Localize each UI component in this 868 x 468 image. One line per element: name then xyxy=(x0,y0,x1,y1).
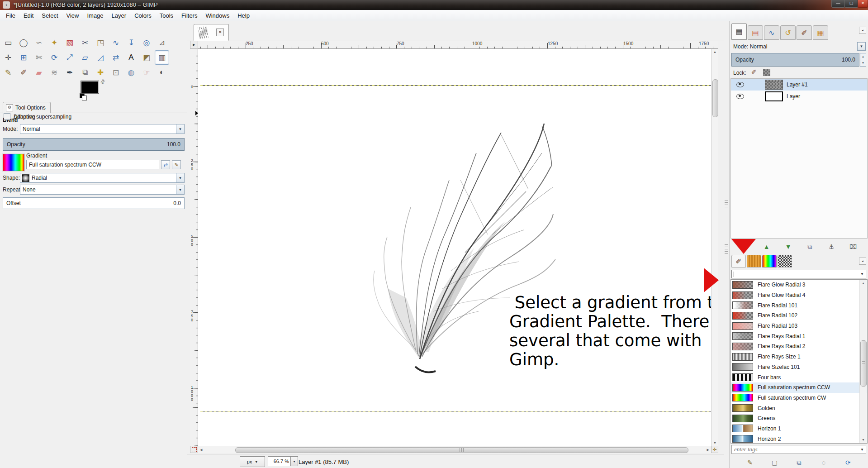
tool-button[interactable]: ✄ xyxy=(32,50,46,65)
gradient-filter-input[interactable]: ▼ xyxy=(731,270,866,278)
tool-button[interactable]: ▰ xyxy=(32,65,46,80)
opacity-slider[interactable]: Opacity 100.0 xyxy=(3,138,185,151)
shape-dropdown[interactable]: Radial ▼ xyxy=(20,173,185,183)
gradient-row[interactable]: Flare Glow Radial 4 xyxy=(731,290,867,301)
close-button[interactable]: ✕ xyxy=(858,0,868,8)
dock-tab[interactable] xyxy=(747,255,761,267)
gradient-row[interactable]: Greens xyxy=(731,413,867,424)
tool-button[interactable]: ✛ xyxy=(1,50,15,65)
tool-button[interactable]: ⊞ xyxy=(16,50,31,65)
spinner-up-icon[interactable]: ▲ xyxy=(862,55,864,58)
zoom-dropdown[interactable]: 66.7 % ▼ xyxy=(268,456,298,466)
scroll-down-icon[interactable]: ▼ xyxy=(713,441,716,444)
menu-item[interactable]: Colors xyxy=(130,11,156,20)
layers-action-button[interactable]: ⧉ xyxy=(803,241,816,253)
scroll-down-icon[interactable]: ▼ xyxy=(862,438,865,441)
layer-row[interactable]: Layer #1 xyxy=(731,79,867,91)
scroll-up-icon[interactable]: ▲ xyxy=(713,50,716,53)
gradients-scrollbar[interactable]: ▲ ▼ xyxy=(859,280,867,443)
dock-tab[interactable]: ▦ xyxy=(813,25,828,40)
scroll-up-icon[interactable]: ▲ xyxy=(862,282,865,285)
opacity-spinner[interactable]: ▲ ▼ xyxy=(860,53,866,67)
menu-item[interactable]: Image xyxy=(83,11,107,20)
tool-button[interactable]: ⊿ xyxy=(155,35,169,50)
gradients-action-button[interactable]: ▢ xyxy=(768,457,781,468)
menu-item[interactable]: Layer xyxy=(108,11,131,20)
tool-button[interactable]: ◯ xyxy=(16,35,31,50)
gradient-row[interactable]: Flare Rays Radial 1 xyxy=(731,331,867,341)
gradient-row[interactable]: Full saturation spectrum CCW xyxy=(731,382,867,393)
tool-button[interactable]: ◍ xyxy=(124,65,138,80)
tool-button[interactable]: ▧ xyxy=(62,35,77,50)
tool-button[interactable]: ∿ xyxy=(109,35,123,50)
visibility-eye-icon[interactable] xyxy=(736,94,744,99)
horizontal-scrollbar[interactable]: ◀ ▶ xyxy=(198,446,711,453)
gradients-action-button[interactable]: ⧉ xyxy=(792,457,805,468)
quick-mask-button[interactable] xyxy=(190,446,198,453)
tool-button[interactable]: ▥ xyxy=(155,50,169,65)
gradients-action-button[interactable]: ✎ xyxy=(744,457,756,468)
offset-slider[interactable]: Offset 0.0 xyxy=(3,197,185,209)
dock-splitter[interactable] xyxy=(724,21,729,468)
horizontal-ruler[interactable]: 2505007501000125015001750 xyxy=(198,41,718,49)
tool-button[interactable]: ✚ xyxy=(93,65,108,80)
gradient-row[interactable]: Flare Radial 103 xyxy=(731,321,867,331)
foreground-color-swatch[interactable] xyxy=(81,81,99,94)
tool-button[interactable]: ⧉ xyxy=(78,65,92,80)
dock-tab[interactable]: ↺ xyxy=(780,25,796,40)
tool-button[interactable]: ✂ xyxy=(78,35,92,50)
gradient-row[interactable]: Flare Radial 102 xyxy=(731,310,867,321)
gradient-row[interactable]: Horizon 2 xyxy=(731,434,867,444)
layers-action-button[interactable]: ▼ xyxy=(782,241,795,253)
dock-tab[interactable] xyxy=(778,255,792,267)
menu-item[interactable]: Help xyxy=(233,11,254,20)
tool-options-tab[interactable]: ⚙ Tool Options xyxy=(3,102,51,113)
tool-button[interactable]: ◩ xyxy=(139,50,154,65)
vertical-ruler[interactable]: 02505007501000 xyxy=(190,49,198,446)
tool-button[interactable]: ◎ xyxy=(139,35,154,50)
tool-button[interactable]: ⊡ xyxy=(109,65,123,80)
tags-input[interactable] xyxy=(732,445,860,454)
tool-button[interactable]: ◐ xyxy=(155,65,169,80)
mode-dropdown[interactable]: Normal ▼ xyxy=(20,124,185,134)
scroll-left-icon[interactable]: ◀ xyxy=(200,448,202,452)
dock-tab[interactable]: ✐ xyxy=(797,25,812,40)
checkbox[interactable]: ✓ xyxy=(4,113,10,120)
layers-opacity-slider[interactable]: Opacity 100.0 xyxy=(731,53,859,67)
lock-alpha-icon[interactable] xyxy=(763,69,770,76)
dock-tab[interactable]: ▤ xyxy=(731,23,747,40)
tool-button[interactable]: ≋ xyxy=(47,65,62,80)
tool-button[interactable]: ✎ xyxy=(1,65,15,80)
maximize-button[interactable]: ▢ xyxy=(844,0,858,8)
gradient-row[interactable]: Flare Sizefac 101 xyxy=(731,362,867,372)
tool-button[interactable]: ⟳ xyxy=(47,50,62,65)
menu-item[interactable]: Select xyxy=(38,11,62,20)
gradient-preview[interactable] xyxy=(3,154,24,171)
collapse-panel-icon[interactable]: ◂ xyxy=(859,258,866,265)
layers-action-button[interactable]: ▲ xyxy=(760,241,773,253)
edit-gradient-icon[interactable]: ✎ xyxy=(172,160,181,169)
layers-action-button[interactable]: ⚓ xyxy=(825,241,838,253)
reverse-gradient-icon[interactable]: ⇄ xyxy=(161,160,170,169)
dock-tab[interactable]: ▤ xyxy=(748,25,763,40)
tool-button[interactable]: ↧ xyxy=(124,35,138,50)
ruler-corner-button[interactable]: ▶ xyxy=(190,41,198,49)
lock-paint-icon[interactable]: ✐ xyxy=(751,68,757,76)
tool-button[interactable]: ∽ xyxy=(32,35,46,50)
layers-action-button[interactable]: ⌧ xyxy=(847,241,859,253)
tool-button[interactable]: ✦ xyxy=(47,35,62,50)
navigation-button[interactable]: ✛ xyxy=(711,446,718,453)
scroll-right-icon[interactable]: ▶ xyxy=(707,448,709,452)
tool-button[interactable]: ⇄ xyxy=(109,50,123,65)
tool-button[interactable]: ◿ xyxy=(93,50,108,65)
menu-item[interactable]: Filters xyxy=(177,11,201,20)
gradient-row[interactable]: Flare Radial 101 xyxy=(731,300,867,310)
vertical-scrollbar[interactable]: ▲ ▼ xyxy=(711,49,718,446)
repeat-dropdown[interactable]: None ▼ xyxy=(20,185,185,195)
menu-item[interactable]: View xyxy=(62,11,83,20)
splitter-grip[interactable] xyxy=(725,244,728,255)
default-colors-icon[interactable] xyxy=(80,93,86,100)
tool-button[interactable]: ✐ xyxy=(16,65,31,80)
gradient-row[interactable]: Flare Glow Radial 3 xyxy=(731,280,867,290)
dock-tab[interactable]: ∿ xyxy=(764,25,779,40)
